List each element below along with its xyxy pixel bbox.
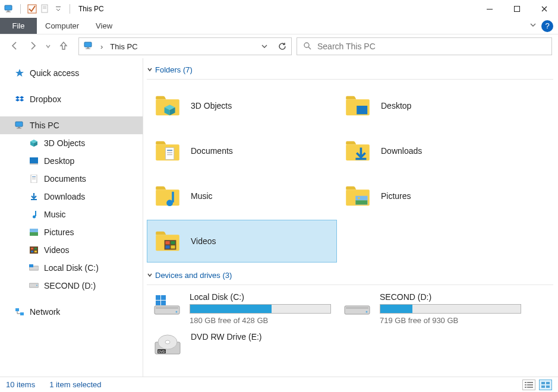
folder-tile[interactable]: 3D Objects <box>147 84 337 127</box>
folder-label: Videos <box>191 236 216 246</box>
svg-rect-32 <box>34 248 37 249</box>
svg-rect-45 <box>165 148 174 160</box>
sidebar-item-label: Downloads <box>44 192 85 201</box>
titlebar: This PC <box>0 0 558 18</box>
sidebar-item-label: Local Disk (C:) <box>44 263 99 273</box>
svg-point-38 <box>36 285 37 286</box>
group-header-drives[interactable]: Devices and drives (3) <box>147 268 553 285</box>
minimize-button[interactable] <box>476 0 503 18</box>
svg-rect-17 <box>17 128 21 129</box>
group-title: Folders (7) <box>155 65 193 74</box>
close-button[interactable] <box>531 0 558 18</box>
drive-icon <box>29 263 39 273</box>
forward-button[interactable] <box>27 40 38 53</box>
folder-tile[interactable]: Desktop <box>337 84 527 127</box>
file-tab[interactable]: File <box>0 18 37 34</box>
pc-icon <box>4 4 14 14</box>
chevron-right-icon[interactable]: › <box>98 42 105 51</box>
content-area: Folders (7) 3D Objects Desktop Documents… <box>147 58 558 377</box>
svg-rect-29 <box>30 229 38 232</box>
folder-label: 3D Objects <box>191 101 232 110</box>
sidebar-item-documents[interactable]: Documents <box>0 170 143 188</box>
svg-rect-43 <box>357 106 367 114</box>
svg-rect-55 <box>355 196 367 200</box>
svg-rect-61 <box>171 241 175 244</box>
svg-rect-2 <box>6 12 11 12</box>
sidebar-item-label: Quick access <box>30 68 79 78</box>
up-button[interactable] <box>58 40 69 53</box>
folder-label: Downloads <box>381 146 422 156</box>
drive-tile[interactable]: SECOND (D:) 719 GB free of 930 GB <box>337 289 527 328</box>
svg-rect-30 <box>30 246 38 254</box>
group-header-folders[interactable]: Folders (7) <box>147 63 553 80</box>
group-folders: Folders (7) 3D Objects Desktop Documents… <box>147 63 553 264</box>
sidebar-item-second-d[interactable]: SECOND (D:) <box>0 277 143 295</box>
sidebar-item-local-disk-c[interactable]: Local Disk (C:) <box>0 259 143 277</box>
folder-tile[interactable]: Documents <box>147 129 337 172</box>
folder-tile[interactable]: Videos <box>147 220 337 263</box>
tab-view[interactable]: View <box>87 18 121 34</box>
svg-point-70 <box>176 311 178 313</box>
recent-dropdown-icon[interactable] <box>45 42 51 51</box>
qat-dropdown-icon[interactable] <box>53 4 64 14</box>
sidebar-item-music[interactable]: Music <box>0 206 143 223</box>
drive-tile[interactable]: DVD DVD RW Drive (E:) <box>147 328 337 362</box>
sidebar-item-label: SECOND (D:) <box>44 281 96 290</box>
sidebar-item-desktop[interactable]: Desktop <box>0 152 143 170</box>
refresh-button[interactable] <box>273 38 291 55</box>
svg-rect-27 <box>30 232 38 236</box>
document-icon <box>29 173 39 184</box>
sidebar-item-network[interactable]: Network <box>0 303 143 321</box>
group-drives: Devices and drives (3) Local Disk (C:) 1… <box>147 268 553 362</box>
drive-label: Local Disk (C:) <box>190 292 331 302</box>
sidebar-item-dropbox[interactable]: Dropbox <box>0 90 143 108</box>
drive-tile[interactable]: Local Disk (C:) 180 GB free of 428 GB <box>147 289 337 328</box>
svg-rect-5 <box>43 6 46 7</box>
sidebar-item-videos[interactable]: Videos <box>0 241 143 259</box>
address-dropdown-icon[interactable] <box>256 38 273 55</box>
ribbon-collapse-icon[interactable] <box>529 21 537 30</box>
search-input[interactable] <box>317 42 551 51</box>
svg-rect-46 <box>167 150 172 151</box>
back-button[interactable] <box>10 40 20 53</box>
svg-rect-56 <box>355 200 367 204</box>
search-box[interactable] <box>297 37 552 55</box>
sidebar-item-3d-objects[interactable]: 3D Objects <box>0 134 143 152</box>
svg-rect-82 <box>527 384 533 385</box>
svg-rect-66 <box>156 301 160 305</box>
svg-rect-85 <box>541 382 545 384</box>
breadcrumb[interactable]: This PC <box>110 42 137 51</box>
sidebar-item-pictures[interactable]: Pictures <box>0 223 143 241</box>
svg-rect-39 <box>15 308 19 311</box>
help-icon[interactable]: ? <box>541 20 553 32</box>
maximize-button[interactable] <box>503 0 531 18</box>
svg-point-52 <box>166 200 173 206</box>
svg-rect-21 <box>32 176 36 177</box>
svg-rect-12 <box>87 48 89 49</box>
folder-tile[interactable]: Pictures <box>337 175 527 217</box>
tab-computer[interactable]: Computer <box>37 18 87 34</box>
address-bar[interactable]: › This PC <box>78 37 292 55</box>
vertical-divider <box>143 58 143 377</box>
sidebar-item-downloads[interactable]: Downloads <box>0 188 143 206</box>
new-folder-icon[interactable] <box>40 4 51 14</box>
svg-rect-64 <box>156 295 160 300</box>
svg-rect-19 <box>30 163 38 165</box>
tiles-view-button[interactable] <box>539 380 552 390</box>
svg-rect-10 <box>515 7 520 12</box>
drive-icon <box>343 292 371 318</box>
pc-icon <box>84 42 93 52</box>
sidebar-item-this-pc[interactable]: This PC <box>0 116 143 134</box>
folder-tile[interactable]: Music <box>147 175 337 217</box>
svg-rect-7 <box>43 8 46 9</box>
sidebar: Quick access Dropbox This PC 3D Objects … <box>0 58 143 377</box>
svg-point-14 <box>304 43 309 48</box>
sidebar-item-quick-access[interactable]: Quick access <box>0 64 143 82</box>
status-bar: 10 items 1 item selected <box>0 377 558 392</box>
group-title: Devices and drives (3) <box>155 271 232 280</box>
details-view-button[interactable] <box>522 380 535 390</box>
svg-rect-8 <box>56 7 61 7</box>
properties-check-icon[interactable] <box>27 4 37 14</box>
folder-tile[interactable]: Downloads <box>337 129 527 172</box>
svg-rect-47 <box>167 152 172 153</box>
